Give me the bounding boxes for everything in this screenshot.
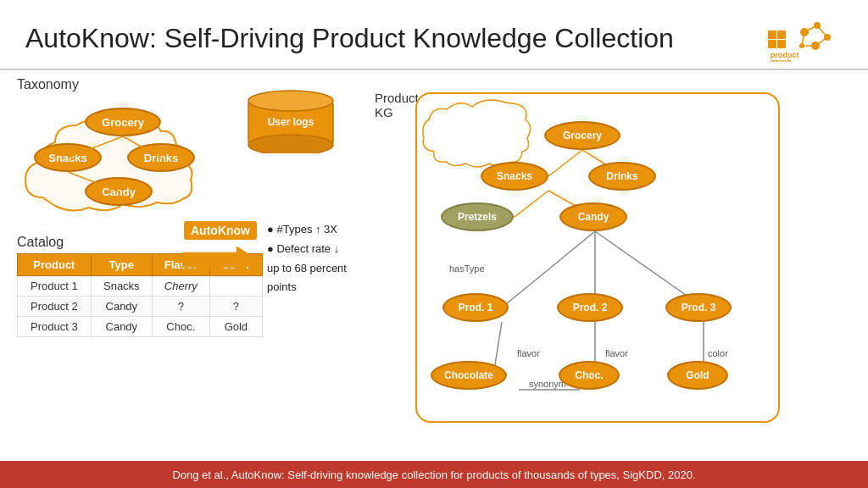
left-panel: Taxonomy Grocery Snacks Drinks Candy bbox=[17, 77, 364, 463]
svg-rect-2 bbox=[768, 40, 776, 48]
kg-node-drinks: Drinks bbox=[588, 162, 656, 191]
footer: Dong et al., AutoKnow: Self-driving know… bbox=[0, 461, 868, 488]
svg-line-24 bbox=[548, 150, 582, 176]
cell-type-2: Candy bbox=[91, 297, 152, 317]
cell-color-3: Gold bbox=[209, 317, 262, 337]
taxonomy-area: Grocery Snacks Drinks Candy bbox=[17, 96, 237, 231]
kg-node-prod1: Prod. 1 bbox=[442, 293, 509, 322]
product-graph-logo: product graph bbox=[766, 15, 843, 62]
header: AutoKnow: Self-Driving Product Knowledge… bbox=[0, 0, 868, 70]
autoknow-arrow: AutoKnow bbox=[182, 221, 259, 277]
table-row: Product 2 Candy ? ? bbox=[18, 297, 263, 317]
kg-node-chocolate: Chocolate bbox=[431, 361, 507, 390]
svg-text:flavor: flavor bbox=[517, 348, 540, 358]
kg-label: ProductKG bbox=[375, 91, 419, 119]
kg-node-choc: Choc. bbox=[559, 361, 620, 390]
cell-flavor-3: Choc. bbox=[152, 317, 209, 337]
taxonomy-node-candy: Candy bbox=[85, 177, 153, 206]
col-product: Product bbox=[18, 254, 92, 276]
taxonomy-node-grocery: Grocery bbox=[85, 108, 161, 136]
cell-type-1: Snacks bbox=[91, 276, 152, 297]
footer-text: Dong et al., AutoKnow: Self-driving know… bbox=[172, 469, 695, 481]
page-title: AutoKnow: Self-Driving Product Knowledge… bbox=[25, 23, 674, 54]
taxonomy-node-drinks: Drinks bbox=[127, 143, 195, 172]
svg-rect-1 bbox=[777, 30, 786, 39]
svg-marker-23 bbox=[182, 246, 259, 274]
svg-text:User logs: User logs bbox=[268, 116, 314, 128]
taxonomy-node-snacks: Snacks bbox=[34, 143, 102, 172]
user-logs-cylinder: User logs bbox=[244, 86, 337, 153]
svg-point-21 bbox=[248, 135, 333, 153]
svg-rect-0 bbox=[768, 30, 776, 39]
svg-line-11 bbox=[815, 37, 827, 46]
svg-text:graph: graph bbox=[771, 58, 792, 62]
table-row: Product 3 Candy Choc. Gold bbox=[18, 317, 263, 337]
cell-product-1: Product 1 bbox=[18, 276, 92, 297]
cell-type-3: Candy bbox=[91, 317, 152, 337]
kg-node-prod3: Prod. 3 bbox=[665, 293, 732, 322]
user-logs: User logs bbox=[244, 86, 329, 145]
kg-node-prod2: Prod. 2 bbox=[557, 293, 623, 322]
cell-flavor-1: Cherry bbox=[152, 276, 209, 297]
kg-node-grocery: Grocery bbox=[544, 121, 620, 150]
logo: product graph bbox=[766, 15, 843, 62]
svg-rect-3 bbox=[777, 40, 786, 48]
cell-flavor-2: ? bbox=[152, 297, 209, 317]
kg-node-pretzels: Pretzels bbox=[441, 202, 514, 231]
table-row: Product 1 Snacks Cherry bbox=[18, 276, 263, 297]
kg-node-candy: Candy bbox=[559, 202, 627, 231]
svg-text:color: color bbox=[708, 348, 728, 358]
kg-box: hasType flavor flavor color synonym Groc… bbox=[415, 92, 780, 423]
cell-color-1 bbox=[209, 276, 262, 297]
arrow-svg bbox=[182, 243, 259, 277]
svg-line-26 bbox=[515, 191, 548, 217]
col-type: Type bbox=[91, 254, 152, 276]
kg-node-gold: Gold bbox=[667, 361, 728, 390]
main-content: Taxonomy Grocery Snacks Drinks Candy bbox=[0, 70, 868, 463]
cell-product-2: Product 2 bbox=[18, 297, 92, 317]
svg-text:flavor: flavor bbox=[605, 348, 628, 358]
kg-node-snacks: Snacks bbox=[481, 162, 548, 191]
right-panel: ProductKG bbox=[373, 77, 851, 463]
svg-point-20 bbox=[248, 91, 333, 111]
cell-color-2: ? bbox=[209, 297, 262, 317]
svg-text:hasType: hasType bbox=[449, 263, 485, 274]
svg-line-10 bbox=[817, 25, 827, 37]
autoknow-label: AutoKnow bbox=[184, 221, 257, 240]
cell-product-3: Product 3 bbox=[18, 317, 92, 337]
kg-container: ProductKG bbox=[373, 92, 851, 423]
